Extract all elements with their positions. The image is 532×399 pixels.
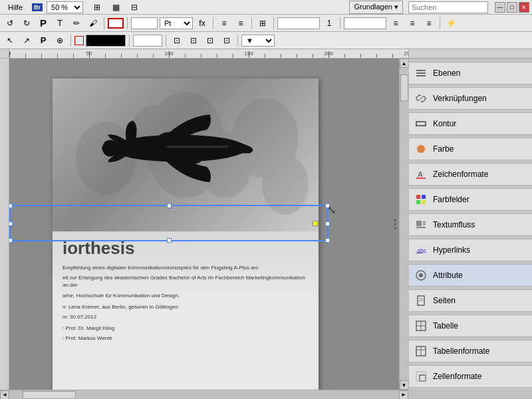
attribute-icon — [414, 269, 428, 282]
panel-label-seiten: Seiten — [433, 296, 456, 305]
plane-area — [53, 78, 319, 231]
doc-line1: eit zur Erlangung des akademischen Grade… — [63, 274, 309, 289]
text-area: iorthesis Empfehlung eines digitalen Kom… — [53, 231, 319, 390]
sep9 — [129, 35, 130, 47]
vertical-scrollbar: ▲ ▼ — [399, 59, 408, 390]
panel-item-textumfluss[interactable]: Textumfluss — [409, 214, 532, 235]
handle-br[interactable] — [325, 238, 330, 243]
num-btn[interactable]: 1 — [322, 17, 336, 30]
mm-input-1[interactable]: 4,233 mm — [277, 17, 320, 29]
ruler-corner — [0, 49, 9, 59]
text-tool-btn[interactable]: T — [53, 17, 67, 30]
handle-tl[interactable] — [9, 203, 13, 208]
mm-input-2[interactable]: 4,233 m — [344, 17, 386, 29]
svg-rect-11 — [416, 72, 426, 74]
handle-mr[interactable] — [325, 221, 330, 226]
panel-item-zeichenformate[interactable]: AZeichenformate — [409, 164, 532, 185]
tool-h[interactable]: ⊡ — [219, 34, 234, 47]
rotate-right-btn[interactable]: ↻ — [19, 17, 34, 30]
panel-item-attribute[interactable]: Attribute — [409, 265, 532, 286]
tool-b[interactable]: ↗ — [19, 34, 34, 47]
stroke-btn[interactable] — [108, 18, 124, 29]
panel-item-tabelle[interactable]: Tabelle — [409, 315, 532, 336]
grundlagen-btn[interactable]: Grundlagen ▾ — [349, 1, 403, 14]
pages-icon — [414, 294, 428, 307]
view-btn-2[interactable]: ▦ — [107, 1, 124, 14]
sep3 — [213, 17, 213, 29]
handle-tr[interactable] — [325, 203, 330, 208]
pt-input[interactable]: 0 Pt — [131, 17, 158, 29]
align-btn-3[interactable]: ≡ — [422, 17, 436, 30]
sep2 — [127, 17, 128, 29]
flash-btn[interactable]: ⚡ — [444, 17, 458, 30]
scroll-thumb[interactable] — [400, 74, 408, 101]
hscroll-right-btn[interactable]: ► — [399, 390, 408, 400]
close-btn[interactable]: ✕ — [519, 2, 529, 13]
tool-d[interactable]: ⊕ — [53, 34, 67, 47]
doc-title: iorthesis — [63, 238, 309, 259]
panel-label-zellenformate: Zellenformate — [433, 372, 481, 381]
sep8 — [70, 35, 71, 47]
panel-item-tabellenformate[interactable]: Tabellenformate — [409, 340, 532, 362]
zoom-select[interactable]: 50 % 75 % 100 % — [47, 1, 83, 13]
box-tool[interactable] — [74, 36, 84, 45]
panel-item-seiten[interactable]: Seiten — [409, 290, 532, 311]
tool-c[interactable]: P — [36, 34, 51, 47]
handle-bl[interactable] — [9, 238, 13, 243]
drag-handle[interactable] — [394, 219, 396, 229]
panel-item-farbfelder[interactable]: Farbfelder — [409, 189, 532, 210]
panel-item-ebenen[interactable]: Ebenen — [409, 63, 532, 84]
svg-point-15 — [417, 145, 425, 153]
panel-item-hyperlinks[interactable]: abcHyperlinks — [409, 239, 532, 261]
menu-hilfe[interactable]: Hilfe — [3, 2, 28, 13]
magnify-btn[interactable]: ⊞ — [255, 17, 270, 30]
minimize-btn[interactable]: — — [495, 2, 505, 13]
color-icon — [414, 142, 428, 156]
panel-label-ebenen: Ebenen — [433, 68, 460, 78]
hscroll-track[interactable] — [9, 390, 399, 400]
hscroll-left-btn[interactable]: ◄ — [0, 390, 9, 400]
tool-e[interactable]: ⊡ — [170, 34, 184, 47]
panel-label-tabellenformate: Tabellenformate — [433, 346, 489, 356]
stroke-icon — [414, 117, 428, 130]
panel-item-kontur[interactable]: Kontur — [409, 113, 532, 134]
svg-rect-9 — [166, 146, 228, 148]
tool-a[interactable]: ↖ — [3, 34, 17, 47]
view-btn-1[interactable]: ⊞ — [88, 1, 106, 14]
panel-item-verknuepfungen[interactable]: Verknüpfungen — [409, 88, 532, 109]
view-btn-3[interactable]: ⊟ — [126, 1, 143, 14]
zoom-input[interactable]: 100 % — [133, 35, 162, 47]
maximize-btn[interactable]: □ — [507, 2, 517, 13]
scroll-track[interactable] — [400, 68, 409, 380]
panel-label-textumfluss: Textumfluss — [433, 220, 475, 229]
pt-select[interactable]: Pt mm — [160, 17, 193, 29]
align-btn-2[interactable]: ≡ — [405, 17, 420, 30]
scroll-up-btn[interactable]: ▲ — [400, 59, 409, 68]
svg-rect-39 — [420, 375, 426, 381]
canvas-area: iorthesis Empfehlung eines digitalen Kom… — [9, 59, 399, 390]
tool-g[interactable]: ⊡ — [203, 34, 217, 47]
toolbar-1: ↺ ↻ P T ✏ 🖌 0 Pt Pt mm fx ≡ ≡ ⊞ 4,233 mm… — [0, 15, 532, 32]
hscroll-thumb[interactable] — [23, 391, 76, 399]
color-swatch[interactable] — [86, 35, 126, 47]
brush-btn[interactable]: 🖌 — [86, 17, 100, 30]
doc-author: n: Lena Kremer, aus Berlin, geboren in G… — [63, 303, 309, 311]
align-btn-1[interactable]: ≡ — [388, 17, 403, 30]
svg-rect-14 — [416, 122, 426, 126]
resize-cursor: ⤡ — [327, 203, 336, 216]
align-center-btn[interactable]: ≡ — [233, 17, 248, 30]
rotate-left-btn[interactable]: ↺ — [3, 17, 17, 30]
fx-btn[interactable]: fx — [195, 17, 209, 30]
panel-item-farbe[interactable]: Farbe — [409, 138, 532, 160]
search-input[interactable] — [408, 1, 488, 13]
scroll-down-btn[interactable]: ▼ — [400, 380, 409, 390]
pencil-btn[interactable]: ✏ — [69, 17, 84, 30]
shape-select[interactable]: ▼ — [241, 35, 275, 47]
align-left-btn[interactable]: ≡ — [217, 17, 231, 30]
panel-label-kontur: Kontur — [433, 119, 456, 128]
panel-item-zellenformate[interactable]: Zellenformate — [409, 366, 532, 387]
tool-f[interactable]: ⊡ — [186, 34, 201, 47]
p-tool-btn[interactable]: P — [36, 17, 51, 30]
sep11 — [237, 35, 238, 47]
handle-ml[interactable] — [9, 221, 13, 226]
